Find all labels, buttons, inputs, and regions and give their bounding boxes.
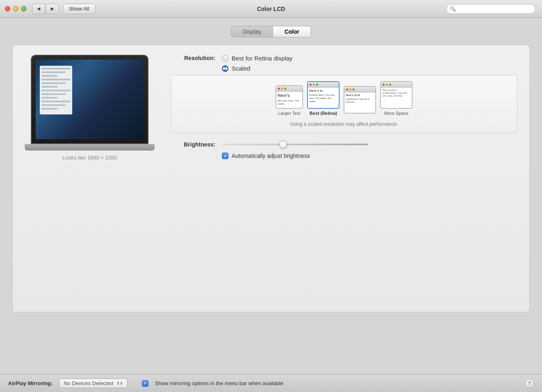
doc-line [41,104,66,106]
checkmark-icon: ✓ [224,153,227,159]
doc-line [41,82,66,84]
airplay-dropdown[interactable]: No Devices Detected ⬆⬇ [59,379,127,388]
radio-group-resolution: Best for Retina display Scaled [222,55,293,72]
mini-dot-red [383,84,385,86]
thumb-body: Here's the crazy ones. The misfits. [276,92,302,107]
maximize-button[interactable] [21,6,26,11]
thumb-text: Here's to the cr troublemakers. ones who… [382,89,411,97]
thumb-label-more: More Space [384,111,408,116]
nav-buttons: ◀ ▶ [32,4,59,14]
macbook-size-label: Looks like 1680 × 1050 [62,155,117,161]
doc-line [41,68,71,69]
macbook-preview: Looks like 1680 × 1050 [25,55,155,161]
scale-thumb-more[interactable]: Here's to the cr troublemakers. ones who… [380,81,413,116]
auto-brightness-row: ✓ Automatically adjust brightness [222,153,517,159]
tab-color[interactable]: Color [273,26,311,37]
mini-dot-yellow [281,88,283,90]
radio-best[interactable]: Best for Retina display [222,55,293,62]
brightness-slider-track[interactable] [222,140,368,149]
doc-line [41,71,66,73]
thumb-window-mid: Here's to th troublemak ers who see th o… [344,86,376,114]
search-icon: 🔍 [450,6,456,12]
scale-thumbnails: Here's the crazy ones. The misfits. Larg… [275,81,413,116]
radio-scaled[interactable]: Scaled [222,65,293,72]
forward-arrow-icon: ▶ [51,6,54,11]
resolution-settings: Resolution: Best for Retina display Scal… [171,55,517,159]
search-box[interactable]: 🔍 [446,4,536,14]
thumb-window-more: Here's to the cr troublemakers. ones who… [380,81,413,109]
thumb-body: Here's to the cr troublemakers. ones who… [381,88,412,99]
slider-bar [222,144,368,145]
thumb-titlebar [344,87,375,93]
screen-content [40,66,72,114]
minimize-button[interactable] [13,6,18,11]
back-button[interactable]: ◀ [32,4,45,14]
macbook-base [25,144,155,151]
thumb-small-text: troublem akers. The crazy ones. The misf… [309,94,338,103]
mini-dot-green [316,84,318,86]
doc-line [41,75,58,77]
bottom-bar: AirPlay Mirroring: No Devices Detected ⬆… [0,374,542,392]
scale-thumb-larger[interactable]: Here's the crazy ones. The misfits. Larg… [275,85,303,116]
help-button[interactable]: ? [525,379,534,388]
doc-line [41,90,71,91]
brightness-thumb[interactable] [279,140,287,149]
thumb-body: Here's to troublem akers. The crazy ones… [308,88,339,104]
close-button[interactable] [5,6,10,11]
checkmark-icon: ✓ [143,381,147,386]
mini-dot-red [278,88,280,90]
main-content: Display Color [0,18,542,374]
auto-brightness-label: Automatically adjust brightness [232,153,310,159]
macbook-screen [36,60,144,139]
thumb-titlebar [381,82,412,88]
show-mirroring-checkbox[interactable]: ✓ [142,380,148,387]
mini-dot-green [353,88,355,90]
scale-thumb-mid[interactable]: Here's to th troublemak ers who see th o… [344,86,376,116]
back-arrow-icon: ◀ [37,6,40,11]
traffic-lights [5,6,26,11]
airplay-dropdown-value: No Devices Detected [64,380,113,386]
thumb-small-text: troublemak ers who see th ones who... [346,98,374,103]
macbook-body [31,55,148,144]
auto-brightness-checkbox[interactable]: ✓ [222,153,228,159]
thumb-large-text: Here's [277,93,301,98]
dropdown-arrows-icon: ⬆⬇ [116,381,123,386]
doc-line [41,86,58,88]
radio-best-label: Best for Retina display [232,55,293,62]
tab-display[interactable]: Display [231,26,273,37]
scaled-options-panel: Here's the crazy ones. The misfits. Larg… [171,75,517,133]
mini-dot-yellow [349,88,351,90]
doc-line [41,97,58,99]
resolution-label: Resolution: [171,55,215,61]
radio-btn-scaled[interactable] [222,65,228,72]
thumb-window-best: Here's to troublem akers. The crazy ones… [307,81,340,109]
scale-thumb-best[interactable]: Here's to troublem akers. The crazy ones… [307,81,340,116]
mini-dot-red [346,88,348,90]
mini-dot-green [389,84,391,86]
resolution-block: Resolution: Best for Retina display Scal… [171,55,517,72]
show-mirroring-label: Show mirroring options in the menu bar w… [155,380,284,386]
doc-line [41,108,58,110]
thumb-text: Here's to th [346,94,374,97]
mini-dot-red [310,84,312,86]
doc-line [41,101,71,102]
window-title: Color LCD [257,6,285,12]
thumb-label-larger: Larger Text [278,111,301,116]
mini-dot-yellow [313,84,315,86]
brightness-row: Brightness: [171,140,517,149]
titlebar: ◀ ▶ Show All Color LCD 🔍 [0,0,542,18]
scale-note: Using a scaled resolution may affect per… [290,121,398,127]
thumb-window-larger: Here's the crazy ones. The misfits. [275,85,303,109]
forward-button[interactable]: ▶ [46,4,59,14]
display-content: Looks like 1680 × 1050 Resolution: Best … [25,55,517,161]
show-all-button[interactable]: Show All [63,4,95,14]
radio-btn-best[interactable] [222,55,228,62]
thumb-small-text: the crazy ones. The misfits. [277,99,301,106]
mini-dot-yellow [386,84,388,86]
doc-line [41,93,66,95]
settings-panel: Looks like 1680 × 1050 Resolution: Best … [12,45,530,312]
show-mirroring-row: ✓ Show mirroring options in the menu bar… [142,380,284,387]
search-input[interactable] [458,6,532,12]
mini-dot-green [284,88,286,90]
thumb-titlebar [276,86,302,92]
